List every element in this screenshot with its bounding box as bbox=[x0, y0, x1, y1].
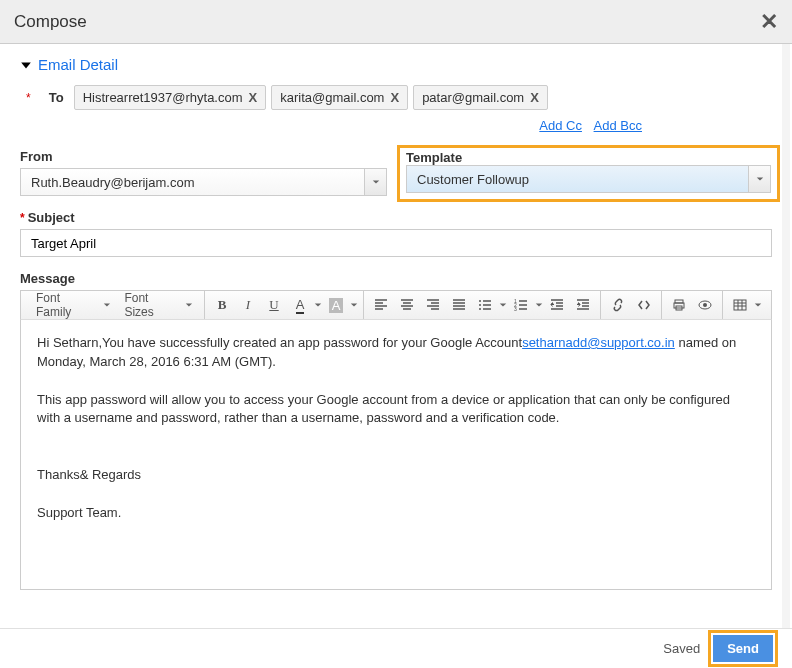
editor-paragraph: Thanks& Regards bbox=[37, 466, 755, 485]
section-header: Email Detail bbox=[20, 56, 772, 73]
align-left-button[interactable] bbox=[369, 294, 393, 316]
from-dropdown-button[interactable] bbox=[364, 169, 386, 195]
toolbar-format-group: B I U A A bbox=[205, 291, 364, 319]
collapse-toggle-icon[interactable] bbox=[20, 58, 32, 74]
text-color-button[interactable]: A bbox=[287, 294, 323, 316]
template-label: Template bbox=[406, 150, 462, 165]
template-field: Template Customer Followup bbox=[405, 149, 772, 196]
from-template-row: From Ruth.Beaudry@berijam.com Template C… bbox=[20, 149, 772, 196]
toolbar-font-group: Font Family Font Sizes bbox=[25, 291, 205, 319]
recipient-chip[interactable]: Histrearret1937@rhyta.com X bbox=[74, 85, 267, 110]
number-list-button[interactable]: 123 bbox=[508, 294, 544, 316]
cc-links: Add Cc Add Bcc bbox=[20, 118, 772, 133]
subject-input[interactable] bbox=[20, 229, 772, 257]
from-value: Ruth.Beaudry@berijam.com bbox=[21, 169, 364, 195]
content: Email Detail * To Histrearret1937@rhyta.… bbox=[0, 44, 792, 590]
template-select[interactable]: Customer Followup bbox=[406, 165, 771, 193]
scrollbar[interactable] bbox=[782, 44, 790, 628]
bold-button[interactable]: B bbox=[210, 294, 234, 316]
svg-point-0 bbox=[479, 300, 481, 302]
code-button[interactable] bbox=[632, 294, 656, 316]
underline-button[interactable]: U bbox=[262, 294, 286, 316]
message-editor[interactable]: Hi Setharn,You have successfully created… bbox=[20, 320, 772, 590]
section-title: Email Detail bbox=[38, 56, 118, 73]
saved-status: Saved bbox=[663, 641, 700, 656]
editor-paragraph: Support Team. bbox=[37, 504, 755, 523]
to-chips: Histrearret1937@rhyta.com X karita@gmail… bbox=[74, 85, 548, 110]
add-cc-link[interactable]: Add Cc bbox=[539, 118, 582, 133]
editor-paragraph: Hi Setharn,You have successfully created… bbox=[37, 334, 755, 372]
recipient-chip[interactable]: karita@gmail.com X bbox=[271, 85, 408, 110]
add-bcc-link[interactable]: Add Bcc bbox=[594, 118, 642, 133]
chip-text: patar@gmail.com bbox=[422, 90, 524, 105]
to-label: To bbox=[34, 90, 64, 105]
svg-text:3: 3 bbox=[514, 306, 517, 312]
svg-point-1 bbox=[479, 304, 481, 306]
highlight-color-button[interactable]: A bbox=[323, 294, 359, 316]
subject-label: *Subject bbox=[20, 210, 772, 225]
dialog-title: Compose bbox=[14, 12, 87, 32]
toolbar-align-group: 123 bbox=[364, 291, 601, 319]
message-label: Message bbox=[20, 271, 772, 286]
dialog-header: Compose ✕ bbox=[0, 0, 792, 44]
svg-point-10 bbox=[703, 303, 707, 307]
subject-field: *Subject bbox=[20, 210, 772, 257]
footer: Saved Send bbox=[0, 628, 792, 668]
template-value: Customer Followup bbox=[407, 166, 748, 192]
toolbar-insert-group bbox=[601, 291, 662, 319]
from-field: From Ruth.Beaudry@berijam.com bbox=[20, 149, 387, 196]
required-marker: * bbox=[26, 91, 31, 105]
print-button[interactable] bbox=[667, 294, 691, 316]
recipient-chip[interactable]: patar@gmail.com X bbox=[413, 85, 548, 110]
align-right-button[interactable] bbox=[421, 294, 445, 316]
align-justify-button[interactable] bbox=[447, 294, 471, 316]
bullet-list-button[interactable] bbox=[472, 294, 508, 316]
send-button[interactable]: Send bbox=[713, 635, 773, 662]
template-highlight: Template Customer Followup bbox=[397, 145, 780, 202]
svg-rect-11 bbox=[734, 300, 746, 310]
from-label: From bbox=[20, 149, 387, 164]
chip-remove-icon[interactable]: X bbox=[249, 90, 258, 105]
preview-button[interactable] bbox=[693, 294, 717, 316]
outdent-button[interactable] bbox=[545, 294, 569, 316]
indent-button[interactable] bbox=[571, 294, 595, 316]
svg-point-2 bbox=[479, 308, 481, 310]
toolbar-view-group bbox=[662, 291, 723, 319]
chip-text: karita@gmail.com bbox=[280, 90, 384, 105]
font-size-dropdown[interactable]: Font Sizes bbox=[117, 288, 200, 322]
to-row: * To Histrearret1937@rhyta.com X karita@… bbox=[26, 85, 772, 110]
link-button[interactable] bbox=[606, 294, 630, 316]
italic-button[interactable]: I bbox=[236, 294, 260, 316]
editor-toolbar: Font Family Font Sizes B I U A A bbox=[20, 290, 772, 320]
template-dropdown-button[interactable] bbox=[748, 166, 770, 192]
chip-remove-icon[interactable]: X bbox=[390, 90, 399, 105]
send-highlight: Send bbox=[708, 630, 778, 667]
from-select[interactable]: Ruth.Beaudry@berijam.com bbox=[20, 168, 387, 196]
email-link[interactable]: setharnadd@support.co.in bbox=[522, 335, 675, 350]
chip-remove-icon[interactable]: X bbox=[530, 90, 539, 105]
font-family-dropdown[interactable]: Font Family bbox=[29, 288, 117, 322]
close-icon[interactable]: ✕ bbox=[760, 9, 778, 35]
toolbar-table-group bbox=[723, 291, 767, 319]
align-center-button[interactable] bbox=[395, 294, 419, 316]
editor-paragraph: This app password will allow you to acce… bbox=[37, 391, 755, 429]
table-button[interactable] bbox=[727, 294, 763, 316]
chip-text: Histrearret1937@rhyta.com bbox=[83, 90, 243, 105]
